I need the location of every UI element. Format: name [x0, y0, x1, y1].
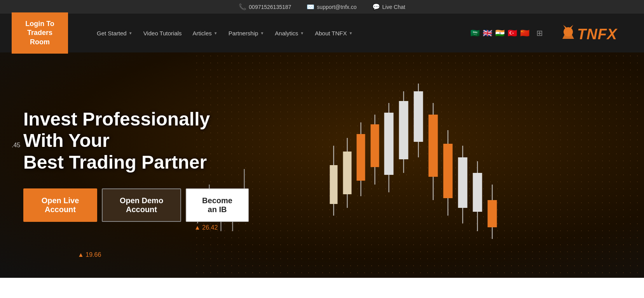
chevron-icon: ▼ [214, 31, 218, 35]
logo: TNFX [555, 21, 632, 45]
svg-rect-36 [473, 173, 482, 212]
chevron-icon: ▼ [129, 31, 133, 35]
svg-rect-34 [458, 157, 468, 208]
hero-section: .45 ▲ 26.42 ▲ 19.66 Invest Professionall… [0, 52, 644, 278]
nav-analytics[interactable]: Analytics ▼ [269, 26, 309, 40]
svg-rect-30 [429, 115, 438, 177]
flag-cn[interactable]: 🇨🇳 [520, 30, 530, 37]
svg-text:TNFX: TNFX [577, 26, 618, 42]
svg-rect-32 [443, 144, 453, 198]
flag-in[interactable]: 🇮🇳 [495, 30, 505, 37]
top-bar: 📞 00971526135187 ✉️ support@tnfx.co 💬 Li… [0, 0, 644, 14]
grid-icon[interactable]: ⊞ [536, 28, 543, 38]
navbar: Login ToTradersRoom Get Started ▼ Video … [0, 14, 644, 52]
chevron-icon: ▼ [260, 31, 264, 35]
email-item[interactable]: ✉️ support@tnfx.co [307, 3, 356, 10]
flag-gb[interactable]: 🇬🇧 [483, 30, 493, 37]
nav-about[interactable]: About TNFX ▼ [309, 26, 358, 40]
open-demo-account-button[interactable]: Open Demo Account [102, 188, 181, 222]
language-flags: 🇸🇦 🇬🇧 🇮🇳 🇹🇷 🇨🇳 ⊞ [470, 28, 543, 38]
svg-point-1 [564, 27, 573, 37]
logo-svg: TNFX [555, 21, 632, 45]
livechat-label: Live Chat [382, 4, 405, 10]
nav-get-started[interactable]: Get Started ▼ [91, 26, 138, 40]
svg-rect-24 [384, 113, 394, 175]
open-live-account-button[interactable]: Open Live Account [23, 188, 97, 222]
nav-video-tutorials[interactable]: Video Tutorials [138, 26, 187, 40]
hero-content: Invest Professionally With Your Best Tra… [0, 108, 272, 222]
svg-rect-16 [330, 165, 338, 204]
nav-articles[interactable]: Articles ▼ [187, 26, 223, 40]
email-icon: ✉️ [307, 3, 314, 10]
login-button[interactable]: Login ToTradersRoom [12, 12, 68, 54]
hero-buttons: Open Live Account Open Demo Account Beco… [23, 188, 249, 222]
price-label-2642: ▲ 26.42 [194, 224, 218, 231]
hero-title: Invest Professionally With Your Best Tra… [23, 108, 249, 173]
svg-rect-26 [399, 101, 408, 159]
flag-tr[interactable]: 🇹🇷 [508, 30, 518, 37]
svg-marker-3 [569, 25, 573, 29]
chevron-icon: ▼ [300, 31, 304, 35]
svg-rect-22 [371, 124, 379, 167]
svg-rect-38 [488, 200, 497, 227]
flag-sa[interactable]: 🇸🇦 [470, 30, 480, 37]
chat-icon: 💬 [372, 3, 380, 10]
svg-rect-28 [414, 91, 423, 142]
price-label-1966: ▲ 19.66 [78, 251, 101, 258]
svg-rect-18 [343, 152, 352, 194]
svg-rect-20 [357, 134, 365, 181]
nav-partnership[interactable]: Partnership ▼ [223, 26, 270, 40]
nav-links: Get Started ▼ Video Tutorials Articles ▼… [91, 26, 470, 40]
email-address: support@tnfx.co [317, 4, 356, 10]
phone-icon: 📞 [239, 3, 246, 10]
phone-item[interactable]: 📞 00971526135187 [239, 3, 291, 10]
svg-marker-2 [563, 25, 567, 29]
become-ib-button[interactable]: Become an IB [186, 188, 249, 222]
livechat-item[interactable]: 💬 Live Chat [372, 3, 405, 10]
phone-number: 00971526135187 [249, 4, 291, 10]
chevron-icon: ▼ [349, 31, 353, 35]
